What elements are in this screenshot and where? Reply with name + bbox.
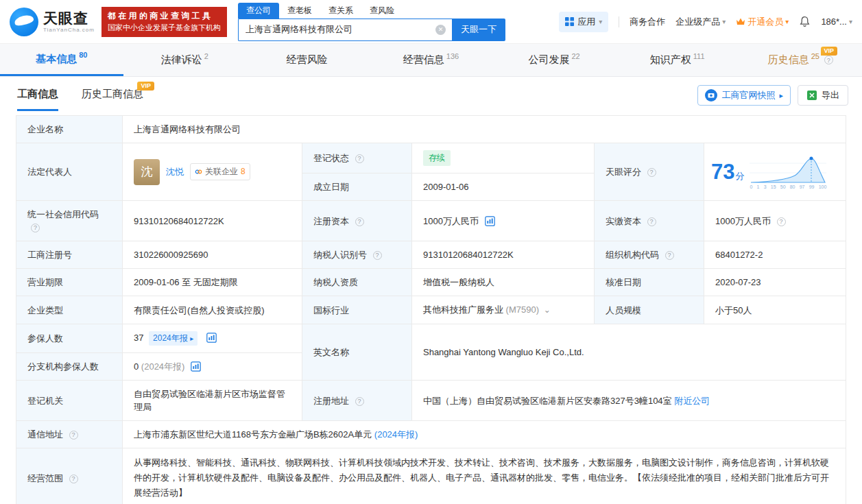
tab-count: 25 bbox=[811, 52, 819, 60]
legal-rep-link[interactable]: 沈悦 bbox=[166, 165, 184, 178]
help-icon[interactable]: ? bbox=[355, 154, 364, 163]
subtabs: 工商信息 VIP 历史工商信息 bbox=[17, 88, 143, 111]
table-row: 营业期限 2009-01-06 至 无固定期限 纳税人资质 增值税一般纳税人 核… bbox=[16, 269, 846, 296]
search-tab-risk[interactable]: 查风险 bbox=[361, 3, 403, 19]
postal-annual-report-link[interactable]: (2024年报) bbox=[374, 429, 418, 440]
apps-label: 应用 bbox=[577, 16, 595, 28]
search-input[interactable] bbox=[238, 19, 452, 41]
export-label: 导出 bbox=[822, 89, 839, 101]
official-snapshot-button[interactable]: 工商官网快照 ▸ bbox=[697, 85, 791, 106]
apps-menu[interactable]: 应用 ▾ bbox=[559, 12, 608, 32]
nearby-companies-link[interactable]: 附近公司 bbox=[674, 396, 710, 406]
open-vip-menu[interactable]: 开通会员 ▾ bbox=[736, 16, 789, 28]
crown-icon bbox=[736, 18, 745, 26]
subtab-business-registration[interactable]: 工商信息 bbox=[17, 88, 58, 111]
user-account-menu[interactable]: 186*... ▾ bbox=[821, 16, 852, 27]
branch-insured-count: 0 bbox=[134, 361, 139, 372]
enterprise-label: 企业级产品 bbox=[675, 16, 720, 28]
logo-title: 天眼查 bbox=[43, 10, 95, 27]
help-icon[interactable]: ? bbox=[355, 397, 364, 406]
tab-business-info[interactable]: 经营信息 136 bbox=[370, 44, 493, 76]
chevron-right-icon: ▸ bbox=[190, 335, 193, 342]
capital-chart-icon[interactable] bbox=[485, 216, 495, 226]
table-row: 经营范围 ? 从事网络科技、智能科技、通讯科技、物联网科技、计算机科技领域内技术… bbox=[16, 448, 846, 504]
business-term-label: 营业期限 bbox=[27, 277, 63, 287]
vip-badge: VIP bbox=[821, 47, 838, 56]
tab-intellectual-property[interactable]: 知识产权 111 bbox=[616, 44, 739, 76]
postal-address-label: 通信地址 bbox=[27, 429, 63, 440]
reg-status-label: 登记状态 bbox=[313, 153, 349, 163]
branch-insured-chart-icon[interactable] bbox=[191, 361, 201, 372]
search-tab-company[interactable]: 查公司 bbox=[238, 3, 279, 19]
help-icon[interactable]: ? bbox=[665, 251, 674, 260]
search-block: 查公司 查老板 查关系 查风险 ✕ 天眼一下 bbox=[238, 3, 505, 41]
related-companies-badge[interactable]: 关联企业 8 bbox=[190, 163, 250, 180]
tab-count: 2 bbox=[204, 52, 208, 60]
tab-business-risk[interactable]: 经营风险 bbox=[246, 44, 370, 76]
business-cooperation-link[interactable]: 商务合作 bbox=[630, 16, 665, 28]
subtab-label: 工商信息 bbox=[17, 88, 58, 99]
tab-label: 基本信息 bbox=[36, 53, 77, 66]
registered-address-label: 注册地址 bbox=[313, 396, 349, 406]
tab-count: 80 bbox=[79, 51, 87, 59]
score-label: 天眼评分 bbox=[606, 167, 641, 177]
taxpayer-id-value: 91310120684012722K bbox=[423, 250, 514, 260]
legal-rep-label: 法定代表人 bbox=[27, 167, 72, 177]
tianyancha-logo-icon bbox=[10, 8, 38, 36]
logo-subtitle: TianYanCha.com bbox=[43, 27, 95, 33]
search-tab-boss[interactable]: 查老板 bbox=[279, 3, 320, 19]
search-button[interactable]: 天眼一下 bbox=[452, 19, 505, 41]
help-icon[interactable]: ? bbox=[373, 251, 382, 260]
tianyancha-logo[interactable]: 天眼查 TianYanCha.com bbox=[10, 8, 95, 36]
promo-line2: 国家中小企业发展子基金旗下机构 bbox=[108, 22, 221, 34]
section-toolbar: 工商信息 VIP 历史工商信息 工商官网快照 ▸ 导出 bbox=[0, 77, 862, 111]
related-count: 8 bbox=[241, 165, 246, 178]
help-icon[interactable]: ? bbox=[31, 224, 40, 232]
search-tabs: 查公司 查老板 查关系 查风险 bbox=[238, 3, 505, 19]
chevron-down-icon: ▾ bbox=[722, 18, 726, 25]
org-code-label: 组织机构代码 bbox=[606, 250, 659, 260]
staff-size-label: 人员规模 bbox=[606, 305, 641, 315]
user-label: 186*... bbox=[821, 16, 847, 27]
table-row: 工商注册号 310226000925690 纳税人识别号 ? 913101206… bbox=[16, 241, 846, 269]
annual-report-badge[interactable]: 2024年报 ▸ bbox=[149, 331, 197, 346]
vip-badge: VIP bbox=[137, 82, 154, 91]
snapshot-label: 工商官网快照 bbox=[721, 89, 775, 101]
table-row: 企业名称 上海言通网络科技有限公司 bbox=[16, 116, 846, 143]
help-icon[interactable]: ? bbox=[824, 56, 833, 64]
promo-banner[interactable]: 都 在 用 的 商 业 查 询 工 具 国家中小企业发展子基金旗下机构 bbox=[101, 7, 227, 37]
table-row: 企业类型 有限责任公司(自然人投资或控股) 国标行业 其他科技推广服务业 (M7… bbox=[16, 296, 846, 324]
tianyan-score[interactable]: 73分 0131550809799100 bbox=[711, 154, 839, 190]
subtab-history-business-registration[interactable]: VIP 历史工商信息 bbox=[82, 88, 143, 111]
registration-authority-value: 自由贸易试验区临港新片区市场监督管理局 bbox=[134, 389, 285, 412]
clear-icon[interactable]: ✕ bbox=[435, 25, 446, 35]
tab-company-development[interactable]: 公司发展 22 bbox=[492, 44, 616, 76]
export-button[interactable]: 导出 bbox=[798, 85, 848, 106]
enterprise-products-menu[interactable]: 企业级产品 ▾ bbox=[675, 16, 726, 28]
search-tab-relation[interactable]: 查关系 bbox=[320, 3, 361, 19]
insured-chart-icon[interactable] bbox=[206, 333, 217, 343]
top-bar: 天眼查 TianYanCha.com 都 在 用 的 商 业 查 询 工 具 国… bbox=[0, 0, 862, 44]
notifications-button[interactable] bbox=[799, 16, 811, 27]
company-type-value: 有限责任公司(自然人投资或控股) bbox=[134, 305, 265, 315]
legal-rep-avatar[interactable]: 沈 bbox=[134, 159, 160, 185]
help-icon[interactable]: ? bbox=[777, 217, 786, 226]
help-icon[interactable]: ? bbox=[355, 217, 364, 226]
vip-label: 开通会员 bbox=[747, 16, 783, 28]
english-name-value: Shanghai Yantong Wangluo Keji Co.,Ltd. bbox=[423, 347, 584, 357]
taxpayer-quality-value: 增值税一般纳税人 bbox=[423, 277, 494, 287]
tab-legal-proceedings[interactable]: 法律诉讼 2 bbox=[123, 44, 247, 76]
help-icon[interactable]: ? bbox=[69, 431, 78, 440]
help-icon[interactable]: ? bbox=[647, 217, 656, 226]
business-term-value: 2009-01-06 至 无固定期限 bbox=[134, 277, 238, 287]
table-row: 登记机关 自由贸易试验区临港新片区市场监督管理局 注册地址 ? 中国（上海）自由… bbox=[16, 381, 846, 421]
tab-label: 经营信息 bbox=[403, 53, 444, 67]
help-icon[interactable]: ? bbox=[69, 475, 78, 483]
company-name-label: 企业名称 bbox=[27, 124, 63, 134]
postal-address-value: 上海市浦东新区世纪大道1168号东方金融广场B栋2602A单元 bbox=[134, 429, 372, 440]
tab-basic-info[interactable]: 基本信息 80 bbox=[0, 44, 123, 76]
help-icon[interactable]: ? bbox=[647, 168, 656, 177]
business-scope-label: 经营范围 bbox=[27, 473, 63, 483]
tab-history-info[interactable]: VIP 历史信息 25 ? bbox=[739, 44, 862, 76]
chevron-down-icon[interactable]: ⌄ bbox=[544, 305, 551, 315]
